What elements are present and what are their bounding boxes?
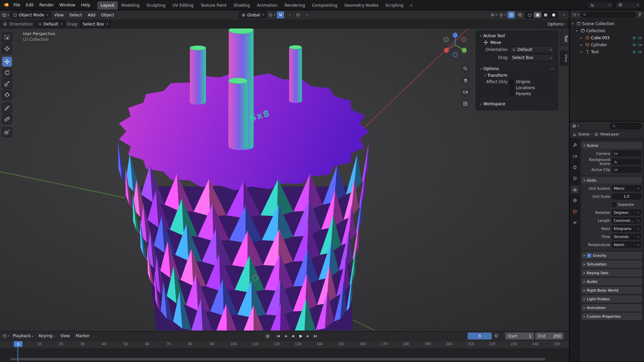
- section-units-header[interactable]: ▾Units: [581, 177, 642, 184]
- proportional-dropdown[interactable]: ▾: [303, 11, 310, 18]
- parents-checkbox[interactable]: [509, 92, 514, 96]
- panel-orientation-dropdown[interactable]: Default▾: [509, 46, 554, 53]
- active-tool-header[interactable]: ▾Active Tool: [476, 33, 558, 39]
- disable-render-icon[interactable]: [638, 36, 642, 40]
- tool-move[interactable]: [2, 57, 12, 67]
- jump-to-start-button[interactable]: [275, 333, 282, 340]
- camera-view-button[interactable]: [461, 87, 470, 97]
- gizmos-dropdown[interactable]: ▾: [499, 11, 506, 18]
- 3d-viewport[interactable]: 6x8: [0, 28, 569, 330]
- section-rigid-body-world-header[interactable]: ▸Rigid Body World: [581, 287, 642, 294]
- separate-checkbox[interactable]: [612, 202, 616, 207]
- menu-view[interactable]: View: [52, 12, 66, 18]
- panel-menu-icon[interactable]: —: [550, 66, 554, 71]
- menu-help[interactable]: Help: [78, 2, 93, 8]
- properties-search-input[interactable]: [610, 123, 642, 129]
- playhead-line[interactable]: [17, 347, 18, 362]
- tool-rotate[interactable]: [2, 68, 12, 78]
- menu-keying[interactable]: Keying▾: [37, 333, 57, 339]
- gizmo-x-axis[interactable]: [444, 48, 449, 53]
- gizmo-y-neg[interactable]: [444, 37, 448, 42]
- hide-viewport-icon[interactable]: [632, 36, 636, 40]
- keyframe-insert-icon[interactable]: [494, 333, 499, 339]
- menu-marker[interactable]: Marker: [73, 333, 92, 339]
- timeline-scrollbar[interactable]: [10, 358, 545, 360]
- menu-object[interactable]: Object: [99, 12, 116, 18]
- breadcrumb-view-layer[interactable]: ViewLayer: [600, 132, 619, 136]
- visibility-dropdown[interactable]: ▾: [490, 11, 497, 18]
- snap-dropdown[interactable]: ▾: [285, 11, 293, 18]
- workspace-tab-scripting[interactable]: Scripting: [382, 1, 407, 10]
- shading-rendered-button[interactable]: [550, 12, 557, 18]
- outliner-row-cube[interactable]: ▸ Cube.003: [570, 34, 644, 41]
- section-gravity-header[interactable]: ▸✓Gravity: [581, 252, 642, 259]
- prev-keyframe-button[interactable]: [282, 333, 289, 340]
- workspace-tab-layout[interactable]: Layout: [97, 1, 118, 10]
- proportional-editing-toggle[interactable]: [294, 11, 302, 18]
- editor-type-button[interactable]: ▾: [2, 11, 9, 18]
- tab-world[interactable]: [571, 196, 579, 204]
- outliner-row-scene-collection[interactable]: ▾ Scene Collection: [570, 20, 644, 27]
- section-light-probes-header[interactable]: ▸Light Probes: [581, 295, 642, 303]
- menu-file[interactable]: File: [11, 2, 23, 8]
- origins-checkbox[interactable]: [509, 80, 514, 84]
- gizmo-x-neg[interactable]: [462, 37, 466, 42]
- timeline-editor-icon[interactable]: ▾: [2, 333, 9, 340]
- overlays-toggle[interactable]: [507, 11, 515, 18]
- tool-transform[interactable]: [2, 90, 12, 100]
- locations-checkbox[interactable]: [509, 86, 514, 90]
- breadcrumb-scene[interactable]: Scene: [578, 132, 590, 136]
- expand-caret-icon[interactable]: ▾: [576, 29, 579, 33]
- workspace-tab-uv-editing[interactable]: UV Editing: [169, 1, 197, 10]
- workspace-tab-compositing[interactable]: Compositing: [309, 1, 340, 10]
- section-audio-header[interactable]: ▸Audio: [581, 278, 642, 285]
- shading-solid-button[interactable]: [534, 12, 541, 18]
- orientation-settings-dropdown[interactable]: Default▾: [36, 20, 65, 27]
- tab-render[interactable]: [571, 152, 579, 160]
- properties-editor-icon[interactable]: ▾: [572, 124, 579, 128]
- cylinder-right[interactable]: [289, 45, 302, 103]
- blender-logo-icon[interactable]: [3, 3, 9, 7]
- playhead-chip[interactable]: 0: [14, 341, 22, 347]
- disable-render-icon[interactable]: [638, 43, 642, 47]
- tab-output[interactable]: [571, 163, 579, 171]
- workspace-tab-shading[interactable]: Shading: [230, 1, 253, 10]
- workspace-tab-geometry-nodes[interactable]: Geometry Nodes: [341, 1, 382, 10]
- outliner-row-text[interactable]: ▸ Text: [570, 48, 644, 55]
- section-scene-header[interactable]: ▾Scene: [581, 142, 642, 149]
- workspace-tab-texture-paint[interactable]: Texture Paint: [197, 1, 230, 10]
- timeline-ruler[interactable]: 0102030405060708090100110120130140150160…: [0, 341, 569, 348]
- disable-render-icon[interactable]: [638, 50, 642, 54]
- frame-start-field[interactable]: Start1: [505, 333, 534, 340]
- orientation-dropdown[interactable]: Global▾: [239, 11, 267, 18]
- length-dropdown[interactable]: Centimeters▾: [612, 218, 641, 224]
- options-dropdown[interactable]: Options▾: [548, 22, 566, 26]
- play-reverse-button[interactable]: [290, 333, 297, 340]
- menu-window[interactable]: Window: [57, 2, 78, 8]
- outliner-editor-icon[interactable]: ▾: [572, 12, 579, 17]
- time-dropdown[interactable]: Seconds▾: [612, 234, 641, 240]
- cylinder-left[interactable]: [190, 46, 206, 105]
- tool-annotate[interactable]: [2, 103, 12, 113]
- hide-viewport-icon[interactable]: [632, 43, 636, 47]
- menu-select[interactable]: Select: [67, 12, 84, 18]
- section-animation-header[interactable]: ▸Animation: [581, 304, 642, 311]
- menu-add[interactable]: Add: [85, 12, 98, 18]
- menu-playback[interactable]: Playback▾: [10, 333, 36, 339]
- workspace-tab-rendering[interactable]: Rendering: [281, 1, 308, 10]
- pan-button[interactable]: [461, 76, 470, 85]
- outliner-row-collection[interactable]: ▾ Collection: [570, 27, 644, 34]
- sidebar-tab-tool[interactable]: Tool: [560, 32, 568, 45]
- tab-scene[interactable]: [571, 185, 579, 193]
- options-header[interactable]: ▾Options—: [476, 64, 558, 72]
- cylinder-front[interactable]: [228, 78, 248, 149]
- xray-toggle[interactable]: [516, 11, 524, 18]
- tool-measure[interactable]: [2, 114, 12, 124]
- tool-cursor[interactable]: [2, 44, 12, 54]
- drag-settings-dropdown[interactable]: Select Box▾: [80, 20, 111, 27]
- shading-dropdown[interactable]: ▾: [559, 11, 567, 18]
- menu-render[interactable]: Render: [37, 2, 56, 8]
- expand-caret-icon[interactable]: ▾: [572, 22, 575, 25]
- panel-drag-dropdown[interactable]: Select Box▾: [509, 54, 554, 61]
- tool-select-box[interactable]: [2, 33, 12, 43]
